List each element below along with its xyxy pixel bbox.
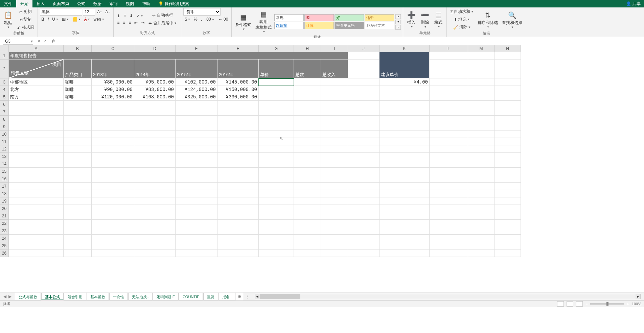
cell-E16[interactable] bbox=[176, 175, 217, 183]
cell-F8[interactable] bbox=[217, 116, 259, 123]
cell-A16[interactable] bbox=[9, 175, 64, 183]
cell-A12[interactable] bbox=[9, 145, 64, 153]
cell-J14[interactable] bbox=[348, 160, 380, 168]
cell-E25[interactable] bbox=[176, 242, 217, 249]
y2016-cell[interactable]: ¥330,000.00 bbox=[217, 93, 259, 101]
row-header-26[interactable]: 26 bbox=[0, 249, 9, 257]
cell-I9[interactable] bbox=[321, 123, 348, 130]
decrease-decimal-button[interactable]: ←.00 bbox=[217, 16, 230, 22]
column-header-L[interactable]: L bbox=[430, 45, 468, 52]
cell-M10[interactable] bbox=[468, 130, 495, 138]
cell-K23[interactable] bbox=[380, 227, 430, 235]
tab-home[interactable]: 开始 bbox=[16, 0, 32, 7]
cell-A10[interactable] bbox=[9, 130, 64, 138]
style-check-cell[interactable]: 检查单元格 bbox=[335, 22, 364, 29]
cell-G4[interactable] bbox=[259, 86, 294, 93]
indent-increase-button[interactable]: ⇥ bbox=[140, 20, 146, 26]
cell-F25[interactable] bbox=[217, 242, 259, 249]
cell-C26[interactable] bbox=[92, 249, 134, 257]
cell-C24[interactable] bbox=[92, 235, 134, 242]
cell-B19[interactable] bbox=[64, 197, 92, 205]
y2013-cell[interactable]: ¥120,000.00 bbox=[92, 93, 134, 101]
cell-J5[interactable] bbox=[348, 93, 380, 101]
cell-M4[interactable] bbox=[468, 86, 495, 93]
cell-I8[interactable] bbox=[321, 116, 348, 123]
decrease-font-button[interactable]: A↓ bbox=[104, 8, 111, 16]
cell-N5[interactable] bbox=[495, 93, 521, 101]
product-cell[interactable]: 咖啡 bbox=[64, 78, 92, 86]
cell-N18[interactable] bbox=[495, 190, 521, 197]
cell-J12[interactable] bbox=[348, 145, 380, 153]
style-bad[interactable]: 差 bbox=[304, 14, 334, 21]
cell-F23[interactable] bbox=[217, 227, 259, 235]
tab-file[interactable]: 文件 bbox=[0, 0, 16, 7]
cell-I14[interactable] bbox=[321, 160, 348, 168]
cell-I18[interactable] bbox=[321, 190, 348, 197]
cell-M14[interactable] bbox=[468, 160, 495, 168]
cell-K16[interactable] bbox=[380, 175, 430, 183]
increase-decimal-button[interactable]: .00→ bbox=[204, 16, 216, 22]
row-header-17[interactable]: 17 bbox=[0, 183, 9, 190]
cell-G24[interactable] bbox=[259, 235, 294, 242]
cell-L19[interactable] bbox=[430, 197, 468, 205]
column-header-D[interactable]: D bbox=[134, 45, 176, 52]
row-header-24[interactable]: 24 bbox=[0, 235, 9, 242]
sheet-tab[interactable]: 一次性 bbox=[109, 293, 128, 300]
row-headers[interactable]: 1234567891011121314151617181920212223242… bbox=[0, 52, 9, 257]
cell-I25[interactable] bbox=[321, 242, 348, 249]
row-header-21[interactable]: 21 bbox=[0, 212, 9, 220]
sheet-tab[interactable]: 重复 bbox=[203, 293, 218, 300]
cell-G5[interactable] bbox=[259, 93, 294, 101]
cell-G22[interactable] bbox=[259, 220, 294, 227]
cell-J26[interactable] bbox=[348, 249, 380, 257]
cell-E26[interactable] bbox=[176, 249, 217, 257]
cell-A18[interactable] bbox=[9, 190, 64, 197]
column-headers[interactable]: ABCDEFGHIJKLMN bbox=[9, 45, 521, 52]
cell-L2[interactable] bbox=[430, 60, 468, 78]
cell-N8[interactable] bbox=[495, 116, 521, 123]
cell-F12[interactable] bbox=[217, 145, 259, 153]
cell-D7[interactable] bbox=[134, 108, 176, 116]
row-header-5[interactable]: 5 bbox=[0, 93, 9, 101]
cell-F20[interactable] bbox=[217, 205, 259, 212]
cell-H9[interactable] bbox=[294, 123, 321, 130]
y2014-cell[interactable]: ¥83,000.00 bbox=[134, 86, 176, 93]
zoom-in-button[interactable]: + bbox=[627, 302, 629, 306]
cell-I26[interactable] bbox=[321, 249, 348, 257]
cell-J7[interactable] bbox=[348, 108, 380, 116]
cell-F15[interactable] bbox=[217, 168, 259, 175]
cell-H3[interactable] bbox=[294, 78, 321, 86]
cell-E24[interactable] bbox=[176, 235, 217, 242]
cell-C23[interactable] bbox=[92, 227, 134, 235]
cell-L22[interactable] bbox=[430, 220, 468, 227]
cell-C8[interactable] bbox=[92, 116, 134, 123]
header-H[interactable]: 总数 bbox=[294, 60, 321, 78]
cell-G21[interactable] bbox=[259, 212, 294, 220]
cell-C11[interactable] bbox=[92, 138, 134, 145]
sheet-nav-prev[interactable]: ◀ bbox=[3, 294, 6, 299]
cell-L8[interactable] bbox=[430, 116, 468, 123]
cell-F16[interactable] bbox=[217, 175, 259, 183]
tab-review[interactable]: 审阅 bbox=[106, 0, 122, 7]
cell-D20[interactable] bbox=[134, 205, 176, 212]
cell-M3[interactable] bbox=[468, 78, 495, 86]
y2016-cell[interactable]: ¥150,000.00 bbox=[217, 86, 259, 93]
find-select-button[interactable]: 🔍查找和选择▼ bbox=[501, 9, 524, 30]
cell-F18[interactable] bbox=[217, 190, 259, 197]
cell-K19[interactable] bbox=[380, 197, 430, 205]
cell-N9[interactable] bbox=[495, 123, 521, 130]
cell-G23[interactable] bbox=[259, 227, 294, 235]
row-header-8[interactable]: 8 bbox=[0, 116, 9, 123]
cell-H16[interactable] bbox=[294, 175, 321, 183]
cell-E6[interactable] bbox=[176, 101, 217, 108]
cell-D11[interactable] bbox=[134, 138, 176, 145]
cell-F26[interactable] bbox=[217, 249, 259, 257]
cell-M21[interactable] bbox=[468, 212, 495, 220]
cell-N25[interactable] bbox=[495, 242, 521, 249]
cell-N11[interactable] bbox=[495, 138, 521, 145]
cell-A7[interactable] bbox=[9, 108, 64, 116]
cell-G15[interactable] bbox=[259, 168, 294, 175]
share-label[interactable]: 共享 bbox=[632, 1, 641, 7]
cell-K20[interactable] bbox=[380, 205, 430, 212]
cell-F13[interactable] bbox=[217, 153, 259, 160]
